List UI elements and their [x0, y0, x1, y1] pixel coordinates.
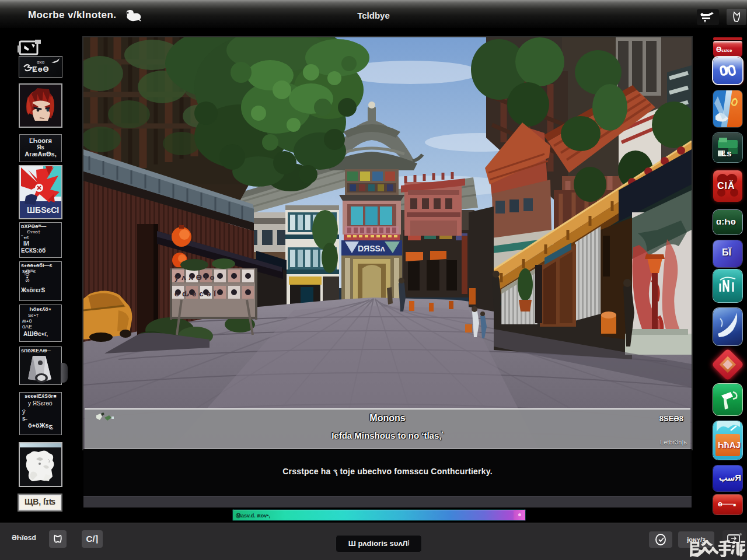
svg-text:уʌʎӨЇө: уʌʎӨЇө — [174, 273, 217, 282]
svg-text:ШБЅєСІ: ШБЅєСІ — [27, 205, 59, 215]
svg-text:өԃесөЇ: өԃесөЇ — [174, 289, 219, 298]
svg-text:DЯЅЅʌ: DЯЅЅʌ — [358, 244, 385, 253]
